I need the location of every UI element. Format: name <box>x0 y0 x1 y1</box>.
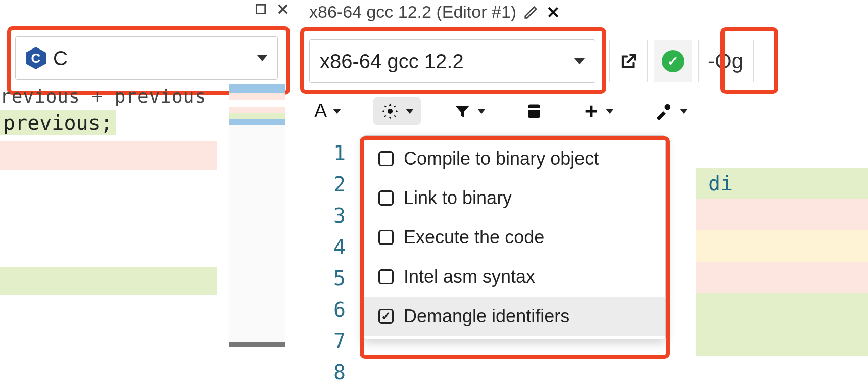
settings-menu-button[interactable] <box>373 98 421 125</box>
status-ok-button[interactable]: ✓ <box>654 40 692 82</box>
asm-line-highlight: di <box>696 168 868 199</box>
chevron-down-icon <box>680 109 688 114</box>
settings-item-intel-syntax[interactable]: Intel asm syntax <box>363 257 665 297</box>
chevron-down-icon <box>606 109 614 114</box>
settings-dropdown: Compile to binary object Link to binary … <box>363 135 666 339</box>
asm-fragment: di <box>708 172 733 195</box>
compiler-select-value: x86-64 gcc 12.2 <box>320 50 464 73</box>
settings-item-label: Compile to binary object <box>404 148 599 169</box>
language-select-value: C <box>53 47 68 70</box>
asm-line-highlight <box>696 262 868 293</box>
svg-point-4 <box>665 104 671 110</box>
compiler-select[interactable]: x86-64 gcc 12.2 <box>309 39 595 83</box>
settings-item-compile-binary[interactable]: Compile to binary object <box>363 139 665 178</box>
diff-removed-stripe <box>0 141 217 170</box>
line-number-gutter: 1 2 3 4 5 6 7 8 <box>333 137 346 388</box>
code-line: previous; <box>0 110 116 135</box>
svg-point-1 <box>388 108 393 113</box>
asm-line-highlight <box>696 230 868 262</box>
settings-item-label: Link to binary <box>404 187 512 209</box>
pane-window-controls <box>254 2 290 16</box>
checkbox[interactable] <box>378 230 394 245</box>
filter-menu[interactable] <box>446 98 493 124</box>
chevron-down-icon <box>333 109 341 114</box>
minimap[interactable] <box>229 84 285 347</box>
settings-item-demangle[interactable]: Demangle identifiers <box>363 297 665 336</box>
diff-added-stripe <box>0 267 217 295</box>
language-select[interactable]: C C <box>15 36 278 80</box>
asm-line-highlight <box>696 199 868 230</box>
close-icon[interactable] <box>546 5 561 20</box>
line-number: 5 <box>333 263 346 294</box>
maximize-icon[interactable] <box>254 2 268 16</box>
asm-line-highlight <box>696 293 868 324</box>
line-number: 3 <box>333 200 346 231</box>
line-number: 6 <box>333 294 346 325</box>
tab-title: x86-64 gcc 12.2 (Editor #1) <box>309 2 516 22</box>
chevron-down-icon <box>477 109 486 114</box>
compiler-tab[interactable]: x86-64 gcc 12.2 (Editor #1) <box>309 2 561 22</box>
compiler-flags-value: -Og <box>708 49 743 73</box>
checkbox[interactable] <box>378 309 394 324</box>
line-number: 7 <box>333 325 346 357</box>
asm-line-highlight <box>696 324 868 356</box>
filter-icon <box>453 102 471 120</box>
checkbox[interactable] <box>378 151 394 166</box>
gear-icon <box>380 102 400 121</box>
pencil-icon[interactable] <box>523 5 539 20</box>
chevron-down-icon <box>574 58 585 64</box>
tools-menu[interactable] <box>646 97 695 125</box>
output-toolbar: A <box>307 96 695 126</box>
popout-icon <box>619 52 638 71</box>
popout-button[interactable] <box>609 40 648 82</box>
settings-item-label: Demangle identifiers <box>404 306 569 327</box>
checkbox[interactable] <box>378 269 394 284</box>
c-language-icon: C <box>26 47 46 69</box>
compiler-pane: x86-64 gcc 12.2 (Editor #1) x86-64 gcc 1… <box>294 0 868 390</box>
line-number: 2 <box>333 169 346 200</box>
plus-icon <box>583 103 600 120</box>
line-number: 8 <box>333 357 346 388</box>
book-icon <box>525 102 543 120</box>
checkbox[interactable] <box>378 190 394 206</box>
screwdriver-icon <box>653 101 673 121</box>
svg-rect-3 <box>528 108 540 110</box>
libraries-button[interactable] <box>518 98 550 124</box>
line-number: 1 <box>333 137 346 169</box>
add-menu[interactable] <box>575 99 621 124</box>
font-menu[interactable]: A <box>307 96 348 126</box>
chevron-down-icon <box>257 55 267 61</box>
settings-item-label: Execute the code <box>404 227 544 248</box>
code-fragment: revious + previous <box>0 86 206 107</box>
settings-item-label: Intel asm syntax <box>404 266 535 287</box>
settings-item-execute[interactable]: Execute the code <box>363 218 665 257</box>
chevron-down-icon <box>406 109 414 114</box>
svg-rect-2 <box>528 104 540 118</box>
line-number: 4 <box>333 231 346 263</box>
compiler-flags-input[interactable]: -Og <box>698 40 754 82</box>
check-circle-icon: ✓ <box>662 50 684 72</box>
editor-pane: C C revious + previous previous; <box>0 0 294 390</box>
svg-rect-0 <box>256 5 265 13</box>
close-icon[interactable] <box>276 2 290 16</box>
settings-item-link-binary[interactable]: Link to binary <box>363 178 665 218</box>
